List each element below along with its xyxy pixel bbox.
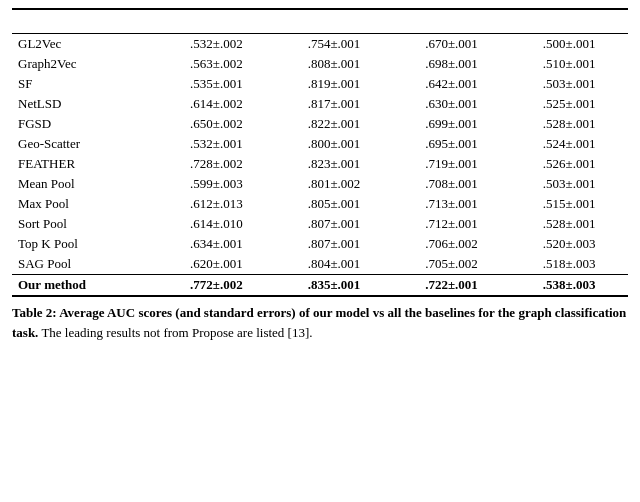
results-table: GL2Vec.532±.002.754±.001.670±.001.500±.0… xyxy=(12,8,628,297)
cell-github: .620±.001 xyxy=(158,254,276,275)
cell-deezer: .538±.003 xyxy=(510,275,628,297)
cell-twitch: .713±.001 xyxy=(393,194,511,214)
table-row: Max Pool.612±.013.805±.001.713±.001.515±… xyxy=(12,194,628,214)
cell-reddit: .817±.001 xyxy=(275,94,393,114)
cell-method: GL2Vec xyxy=(12,34,158,55)
cell-twitch: .705±.002 xyxy=(393,254,511,275)
table-row: Graph2Vec.563±.002.808±.001.698±.001.510… xyxy=(12,54,628,74)
cell-twitch: .719±.001 xyxy=(393,154,511,174)
cell-deezer: .515±.001 xyxy=(510,194,628,214)
cell-reddit: .801±.002 xyxy=(275,174,393,194)
table-row: Sort Pool.614±.010.807±.001.712±.001.528… xyxy=(12,214,628,234)
cell-deezer: .500±.001 xyxy=(510,34,628,55)
col-header-method xyxy=(12,9,158,34)
cell-method: Max Pool xyxy=(12,194,158,214)
cell-deezer: .528±.001 xyxy=(510,114,628,134)
cell-method: Graph2Vec xyxy=(12,54,158,74)
col-header-reddit xyxy=(275,9,393,34)
col-header-deezer xyxy=(510,9,628,34)
cell-reddit: .835±.001 xyxy=(275,275,393,297)
cell-twitch: .706±.002 xyxy=(393,234,511,254)
table-row: Top K Pool.634±.001.807±.001.706±.002.52… xyxy=(12,234,628,254)
cell-deezer: .520±.003 xyxy=(510,234,628,254)
cell-method: Mean Pool xyxy=(12,174,158,194)
col-header-github xyxy=(158,9,276,34)
cell-twitch: .630±.001 xyxy=(393,94,511,114)
table-row: FEATHER.728±.002.823±.001.719±.001.526±.… xyxy=(12,154,628,174)
cell-deezer: .524±.001 xyxy=(510,134,628,154)
cell-github: .563±.002 xyxy=(158,54,276,74)
cell-github: .614±.002 xyxy=(158,94,276,114)
cell-github: .634±.001 xyxy=(158,234,276,254)
cell-twitch: .708±.001 xyxy=(393,174,511,194)
cell-github: .728±.002 xyxy=(158,154,276,174)
cell-deezer: .510±.001 xyxy=(510,54,628,74)
cell-reddit: .822±.001 xyxy=(275,114,393,134)
cell-reddit: .754±.001 xyxy=(275,34,393,55)
table-row: SAG Pool.620±.001.804±.001.705±.002.518±… xyxy=(12,254,628,275)
table-row: GL2Vec.532±.002.754±.001.670±.001.500±.0… xyxy=(12,34,628,55)
cell-method: FEATHER xyxy=(12,154,158,174)
table-row: Geo-Scatter.532±.001.800±.001.695±.001.5… xyxy=(12,134,628,154)
cell-reddit: .800±.001 xyxy=(275,134,393,154)
table-row: SF.535±.001.819±.001.642±.001.503±.001 xyxy=(12,74,628,94)
cell-twitch: .722±.001 xyxy=(393,275,511,297)
cell-twitch: .670±.001 xyxy=(393,34,511,55)
table-row: FGSD.650±.002.822±.001.699±.001.528±.001 xyxy=(12,114,628,134)
cell-github: .612±.013 xyxy=(158,194,276,214)
table-row: Mean Pool.599±.003.801±.002.708±.001.503… xyxy=(12,174,628,194)
cell-twitch: .642±.001 xyxy=(393,74,511,94)
cell-method: FGSD xyxy=(12,114,158,134)
cell-method: Geo-Scatter xyxy=(12,134,158,154)
cell-reddit: .804±.001 xyxy=(275,254,393,275)
table-row: NetLSD.614±.002.817±.001.630±.001.525±.0… xyxy=(12,94,628,114)
cell-twitch: .695±.001 xyxy=(393,134,511,154)
col-header-twitch xyxy=(393,9,511,34)
cell-deezer: .528±.001 xyxy=(510,214,628,234)
table-container: GL2Vec.532±.002.754±.001.670±.001.500±.0… xyxy=(12,8,628,342)
cell-deezer: .503±.001 xyxy=(510,174,628,194)
cell-method: Sort Pool xyxy=(12,214,158,234)
table-row: Our method.772±.002.835±.001.722±.001.53… xyxy=(12,275,628,297)
cell-github: .772±.002 xyxy=(158,275,276,297)
cell-deezer: .518±.003 xyxy=(510,254,628,275)
cell-twitch: .699±.001 xyxy=(393,114,511,134)
cell-github: .599±.003 xyxy=(158,174,276,194)
cell-reddit: .805±.001 xyxy=(275,194,393,214)
cell-reddit: .819±.001 xyxy=(275,74,393,94)
cell-reddit: .808±.001 xyxy=(275,54,393,74)
cell-method: Top K Pool xyxy=(12,234,158,254)
cell-github: .532±.001 xyxy=(158,134,276,154)
cell-method: NetLSD xyxy=(12,94,158,114)
table-caption: Table 2: Average AUC scores (and standar… xyxy=(12,303,628,342)
cell-github: .532±.002 xyxy=(158,34,276,55)
cell-method: SAG Pool xyxy=(12,254,158,275)
cell-twitch: .712±.001 xyxy=(393,214,511,234)
cell-method: SF xyxy=(12,74,158,94)
cell-deezer: .526±.001 xyxy=(510,154,628,174)
cell-reddit: .807±.001 xyxy=(275,214,393,234)
cell-github: .535±.001 xyxy=(158,74,276,94)
cell-reddit: .807±.001 xyxy=(275,234,393,254)
cell-github: .614±.010 xyxy=(158,214,276,234)
cell-method: Our method xyxy=(12,275,158,297)
header-row-1 xyxy=(12,9,628,34)
cell-reddit: .823±.001 xyxy=(275,154,393,174)
cell-twitch: .698±.001 xyxy=(393,54,511,74)
caption-bold: Table 2: Average AUC scores (and standar… xyxy=(12,305,626,340)
cell-deezer: .503±.001 xyxy=(510,74,628,94)
cell-github: .650±.002 xyxy=(158,114,276,134)
cell-deezer: .525±.001 xyxy=(510,94,628,114)
